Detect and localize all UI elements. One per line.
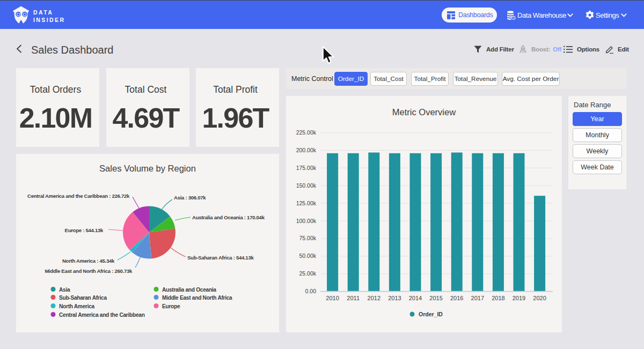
- svg-text:125.00k: 125.00k: [296, 200, 317, 206]
- svg-text:2017: 2017: [471, 295, 484, 301]
- svg-text:50.00k: 50.00k: [299, 253, 316, 259]
- svg-text:175.00k: 175.00k: [296, 165, 317, 171]
- svg-text:Metric Overview: Metric Overview: [392, 107, 456, 117]
- svg-text:Europe: Europe: [162, 303, 180, 309]
- svg-text:200.00k: 200.00k: [296, 147, 317, 153]
- svg-text:150.00k: 150.00k: [296, 182, 317, 189]
- svg-text:Central America and the Caribb: Central America and the Caribbean : 226.…: [27, 193, 130, 199]
- svg-text:Order_ID: Order_ID: [419, 311, 443, 317]
- svg-text:Central America and the Caribb: Central America and the Caribbean: [59, 312, 145, 318]
- svg-text:2010: 2010: [326, 295, 339, 301]
- svg-text:100.00k: 100.00k: [296, 218, 317, 224]
- svg-text:75.00k: 75.00k: [299, 235, 316, 241]
- svg-text:25.00k: 25.00k: [299, 270, 316, 277]
- svg-text:2020: 2020: [533, 295, 546, 301]
- svg-text:Sub-Saharan Africa: Sub-Saharan Africa: [59, 295, 107, 301]
- svg-text:2013: 2013: [388, 295, 401, 301]
- svg-text:2016: 2016: [450, 295, 463, 301]
- svg-text:Asia : 306.07k: Asia : 306.07k: [174, 195, 206, 201]
- svg-text:Australia and Oceania: Australia and Oceania: [162, 287, 216, 293]
- svg-text:Sub-Saharan Africa : 544.13k: Sub-Saharan Africa : 544.13k: [187, 255, 254, 261]
- svg-text:Sales Volume by Region: Sales Volume by Region: [99, 164, 196, 173]
- svg-text:2018: 2018: [492, 295, 504, 301]
- svg-text:2015: 2015: [429, 295, 442, 301]
- svg-text:Europe : 544.13k: Europe : 544.13k: [65, 227, 104, 233]
- svg-text:2019: 2019: [513, 295, 525, 301]
- svg-text:Australia and Oceania : 170.04: Australia and Oceania : 170.04k: [192, 214, 265, 220]
- svg-text:Asia: Asia: [59, 287, 70, 293]
- svg-text:North America: North America: [59, 303, 95, 309]
- svg-text:225.00k: 225.00k: [296, 129, 317, 136]
- svg-text:2012: 2012: [368, 295, 380, 301]
- svg-text:North America : 45.34k: North America : 45.34k: [62, 258, 115, 264]
- svg-text:2014: 2014: [409, 295, 422, 301]
- svg-text:Middle East and North Africa :: Middle East and North Africa : 260.73k: [45, 268, 133, 274]
- svg-text:2011: 2011: [347, 295, 360, 301]
- svg-text:Middle East and North Africa: Middle East and North Africa: [162, 295, 232, 301]
- svg-text:0.00: 0.00: [305, 288, 317, 294]
